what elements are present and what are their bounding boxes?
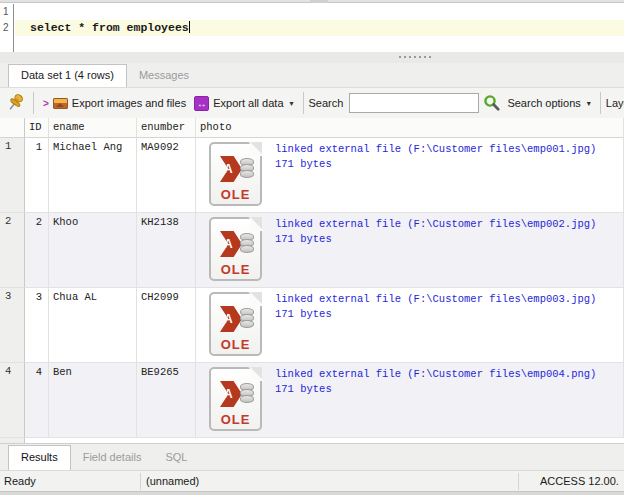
tab-sql[interactable]: SQL [153, 446, 199, 470]
linked-file-info: linked external file (F:\Customer files\… [275, 367, 596, 397]
table-row[interactable]: 3 3 Chua AL CH2099 A OLE linked external… [0, 288, 624, 363]
access-logo-icon: A [220, 381, 242, 407]
splitter-grip-dots [399, 56, 431, 58]
editor-line-number-gutter: 1 2 [0, 4, 14, 52]
tab-data-set-1[interactable]: Data set 1 (4 rows) [8, 64, 127, 87]
table-row[interactable]: 1 1 Michael Ang MA9092 A OLE linked exte… [0, 138, 624, 213]
ole-object-icon[interactable]: A OLE [209, 217, 262, 281]
text-cursor [189, 21, 190, 33]
cell-photo[interactable]: A OLE linked external file (F:\Customer … [196, 213, 624, 288]
cell-enumber[interactable]: KH2138 [137, 213, 196, 288]
search-label: Search [309, 97, 344, 109]
ole-object-icon[interactable]: A OLE [209, 367, 262, 431]
export-all-icon: ↔ [194, 96, 209, 111]
line-number: 2 [0, 20, 13, 36]
image-icon [53, 98, 68, 109]
tab-messages[interactable]: Messages [127, 65, 201, 87]
access-logo-icon: A [220, 156, 242, 182]
tab-field-details[interactable]: Field details [71, 446, 154, 470]
cell-enumber[interactable]: MA9092 [137, 138, 196, 213]
status-divider [140, 473, 141, 490]
editor-results-splitter[interactable] [0, 52, 624, 63]
status-divider [518, 473, 519, 490]
cell-photo[interactable]: A OLE linked external file (F:\Customer … [196, 363, 624, 438]
cell-id[interactable]: 1 [25, 138, 49, 213]
cell-photo[interactable]: A OLE linked external file (F:\Customer … [196, 138, 624, 213]
dropdown-arrow-icon: ▾ [587, 99, 591, 108]
top-splitter[interactable] [0, 0, 624, 3]
cell-ename[interactable]: Ben [49, 363, 137, 438]
status-document-name: (unnamed) [146, 474, 199, 489]
search-icon[interactable] [483, 94, 501, 112]
status-provider: ACCESS 12.00. [540, 474, 619, 489]
column-header-id[interactable]: ID [25, 118, 49, 138]
table-row[interactable]: 4 4 Ben BE9265 A OLE linked external fil… [0, 363, 624, 438]
grid-header-row: ID ename enumber photo [0, 118, 624, 138]
cell-photo[interactable]: A OLE linked external file (F:\Customer … [196, 288, 624, 363]
tab-results[interactable]: Results [8, 445, 71, 470]
header-corner[interactable] [0, 118, 25, 138]
status-ready: Ready [4, 474, 36, 489]
status-bar: Ready (unnamed) ACCESS 12.00. [0, 470, 624, 491]
access-logo-icon: A [220, 231, 242, 257]
chevron-right-icon: > [43, 98, 49, 109]
column-header-enumber[interactable]: enumber [137, 118, 196, 138]
table-row[interactable]: 2 2 Khoo KH2138 A OLE linked external fi… [0, 213, 624, 288]
toolbar-separator [303, 92, 304, 114]
row-number[interactable]: 3 [0, 288, 25, 363]
layout-label: Layout [606, 97, 624, 109]
cell-ename[interactable]: Michael Ang [49, 138, 137, 213]
search-input[interactable] [349, 93, 479, 113]
search-options-button[interactable]: Search options ▾ [503, 91, 594, 115]
editor-current-line[interactable]: select * from employees [15, 20, 624, 36]
dropdown-arrow-icon: ▾ [290, 99, 294, 108]
folded-corner [248, 142, 262, 156]
row-number[interactable]: 1 [0, 138, 25, 213]
toolbar-separator [33, 92, 34, 114]
cell-enumber[interactable]: BE9265 [137, 363, 196, 438]
bottom-tab-bar: Results Field details SQL [0, 443, 624, 470]
row-number[interactable]: 2 [0, 213, 25, 288]
cell-id[interactable]: 2 [25, 213, 49, 288]
splitter-grip [310, 0, 328, 3]
linked-file-info: linked external file (F:\Customer files\… [275, 142, 596, 172]
result-tab-bar: Data set 1 (4 rows) Messages [0, 63, 624, 87]
ole-label: OLE [211, 262, 260, 277]
results-toolbar: > Export images and files ↔ Export all d… [0, 87, 624, 118]
export-images-button[interactable]: > Export images and files [39, 91, 190, 115]
cell-ename[interactable]: Khoo [49, 213, 137, 288]
export-all-data-button[interactable]: ↔ Export all data ▾ [190, 91, 297, 115]
linked-file-info: linked external file (F:\Customer files\… [275, 217, 596, 247]
ole-label: OLE [211, 337, 260, 352]
cell-id[interactable]: 4 [25, 363, 49, 438]
result-grid: ID ename enumber photo 1 1 Michael Ang M… [0, 118, 624, 444]
ole-object-icon[interactable]: A OLE [209, 142, 262, 206]
access-logo-icon: A [220, 306, 242, 332]
sql-text: select * from employees [30, 21, 189, 34]
linked-file-info: linked external file (F:\Customer files\… [275, 292, 596, 322]
toolbar-separator [600, 92, 601, 114]
pushpin-icon [7, 93, 24, 113]
pin-button[interactable] [3, 91, 28, 115]
window-bottom-edge [0, 491, 624, 495]
ole-label: OLE [211, 412, 260, 427]
column-header-photo[interactable]: photo [196, 118, 624, 138]
column-header-ename[interactable]: ename [49, 118, 137, 138]
editor-line[interactable] [15, 4, 624, 20]
line-number: 1 [0, 4, 13, 20]
cell-enumber[interactable]: CH2099 [137, 288, 196, 363]
cell-id[interactable]: 3 [25, 288, 49, 363]
row-number[interactable]: 4 [0, 363, 25, 438]
cell-ename[interactable]: Chua AL [49, 288, 137, 363]
ole-label: OLE [211, 187, 260, 202]
ole-object-icon[interactable]: A OLE [209, 292, 262, 356]
sql-editor[interactable]: 1 2 select * from employees [0, 4, 624, 52]
